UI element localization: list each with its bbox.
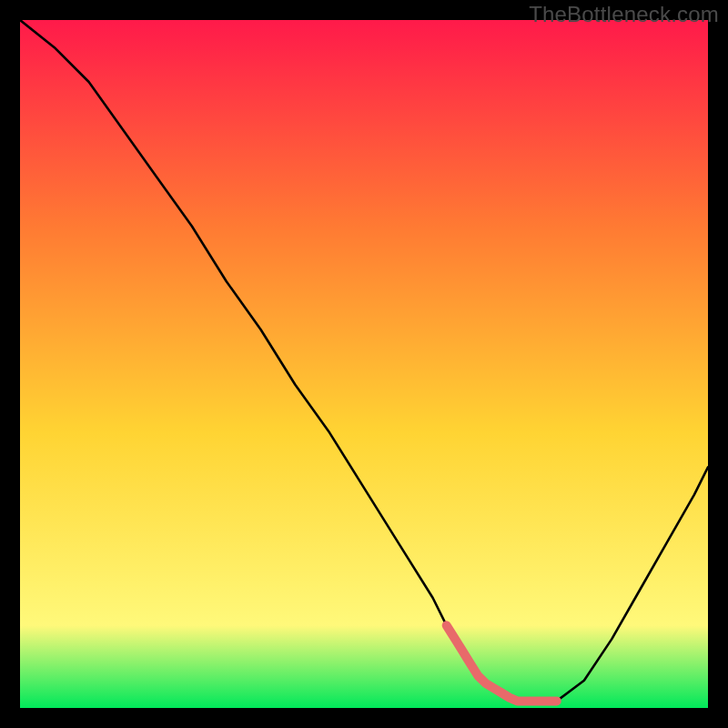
chart-background [20,20,708,708]
chart-frame: TheBottleneck.com [0,0,728,728]
watermark-text: TheBottleneck.com [529,2,719,27]
bottleneck-chart [20,20,708,708]
